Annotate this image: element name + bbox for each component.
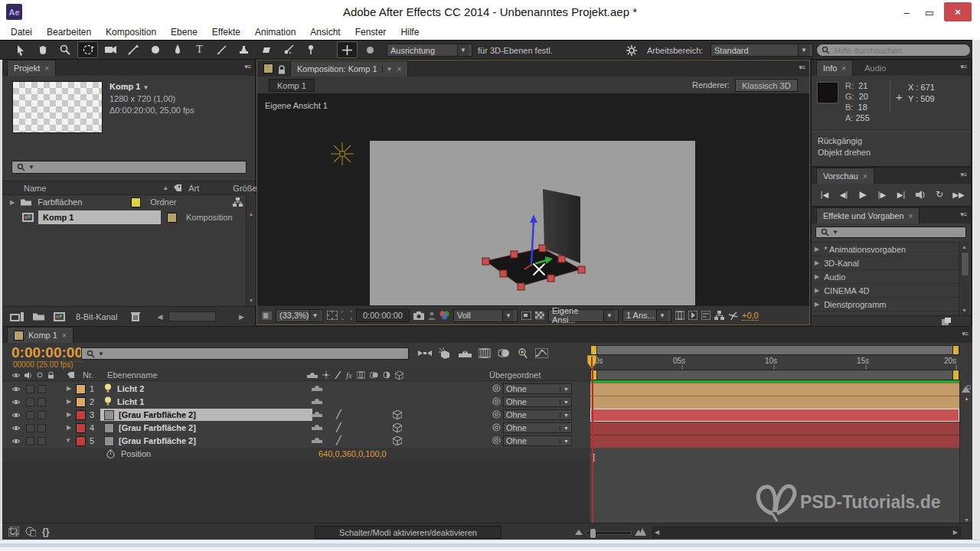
expand-transfer-controls-icon[interactable] [25,527,36,536]
region-of-interest-icon[interactable] [341,311,352,320]
playhead-marker[interactable] [587,355,597,370]
puppet-pin-tool-icon[interactable] [301,42,320,57]
effects-scrollbar[interactable]: ▲ ▼ [959,242,969,315]
layer-bar-4[interactable] [590,422,959,435]
type-tool-icon[interactable]: T [190,42,209,57]
pan-behind-tool-icon[interactable] [123,42,142,57]
disclosure-icon[interactable]: ▶ [815,301,819,308]
disclosure-icon[interactable]: ▶ [815,259,819,266]
scroll-down-icon[interactable]: ▼ [959,308,969,313]
layer-name[interactable]: [Grau Farbfläche 2] [119,410,196,419]
eye-icon[interactable] [11,412,21,419]
zoom-slider-handle[interactable] [590,528,596,539]
comp-viewport[interactable]: Eigene Ansicht 1 [257,93,809,305]
effects-item-dienstprogramm[interactable]: ▶Dienstprogramm [812,298,959,311]
lock-icon[interactable] [278,65,286,74]
layer-name[interactable]: Licht 2 [117,384,144,393]
scroll-left-icon[interactable]: ◀ [655,529,659,536]
panel-menu-icon[interactable]: ▾≡ [799,64,805,71]
menu-ebene[interactable]: Ebene [171,27,198,37]
quality-switch[interactable]: ╱ [336,435,341,445]
col-size[interactable]: Größe [233,184,256,193]
new-animation-preset-icon[interactable] [942,318,951,325]
layer-label-color[interactable] [76,436,86,446]
project-search-input[interactable] [38,162,241,173]
pen-tool-icon[interactable] [168,42,187,57]
cube-3d-switch[interactable] [393,423,402,432]
interpret-footage-icon[interactable] [10,312,24,321]
brush-tool-icon[interactable] [212,42,231,57]
show-channels-icon[interactable] [439,311,449,320]
effects-item-cinema4d[interactable]: ▶CINEMA 4D [812,284,959,298]
snapshot-icon[interactable] [413,311,424,320]
shy-switch[interactable] [312,385,322,392]
graph-editor-icon[interactable] [535,348,548,358]
label-color-folder[interactable] [131,197,141,207]
layer-name[interactable]: Licht 1 [117,397,144,406]
gear-icon[interactable] [622,43,641,58]
loop-button[interactable]: ↻ [931,187,948,202]
draft-3d-icon[interactable] [439,347,452,359]
label-color-comp[interactable] [167,213,177,223]
scroll-up-icon[interactable]: ▲ [247,194,256,217]
scroll-right-icon[interactable]: ▶ [953,529,958,536]
shy-switch[interactable] [312,411,322,418]
timeline-zoom-slider[interactable] [586,531,632,535]
camera-tool-icon[interactable] [101,42,120,57]
solo-switch[interactable] [38,385,46,393]
layer-label-color[interactable] [76,423,86,433]
shy-switch[interactable] [312,424,322,431]
scroll-left-icon[interactable]: ◀ [157,313,162,321]
roto-brush-tool-icon[interactable] [279,42,298,57]
orbit-camera-tool-icon[interactable] [77,41,98,58]
tag-icon[interactable] [173,184,182,192]
scroll-up-icon[interactable]: ▲ [959,242,969,249]
reset-exposure-icon[interactable] [728,311,738,321]
project-scrollbar[interactable]: ▲ ▼ [246,194,256,306]
axis-mode-local-icon[interactable] [337,41,358,58]
audio-switch[interactable] [26,437,34,445]
zoom-tool-icon[interactable] [55,42,74,57]
close-icon[interactable]: × [62,331,67,340]
flowchart-icon[interactable] [233,197,243,207]
flowchart-button-icon[interactable] [714,311,724,320]
parent-dropdown[interactable]: Ohne▼ [503,409,572,420]
pick-whip-icon[interactable] [492,397,501,406]
tab-audio[interactable]: Audio [858,60,893,76]
comp-mini-flowchart-icon[interactable] [418,348,432,358]
pick-whip-icon[interactable] [492,410,501,419]
layer-label-color[interactable] [76,384,86,394]
current-timecode[interactable]: 0:00:00:00 [11,344,83,362]
parent-dropdown[interactable]: Ohne▼ [503,435,572,446]
panel-menu-icon[interactable]: ▾≡ [960,63,966,70]
new-folder-icon[interactable] [33,312,44,321]
workspace-dropdown[interactable]: Standard ▼ [710,44,813,57]
disclosure-icon[interactable]: ▶ [815,246,819,253]
renderer-button[interactable]: Klassisch 3D [735,79,798,92]
layer-row-3-selected[interactable]: ▶ 3 [Grau Farbfläche 2] ╱ Ohne▼ [2,409,590,422]
playhead-line[interactable] [592,355,593,524]
col-ebenenname[interactable]: Ebenenname [107,370,157,380]
eye-icon[interactable] [11,438,21,445]
property-row-position[interactable]: Position 640,0,360,0,100,0 [2,448,590,461]
work-area-end-handle[interactable] [952,370,959,380]
help-search-field[interactable] [816,44,971,57]
shy-switch[interactable] [312,437,322,444]
scroll-down-icon[interactable]: ▼ [960,517,973,523]
project-search-field[interactable]: ▼ [11,161,247,174]
zoom-out-mountain-icon[interactable] [575,530,583,535]
expand-layer-switches-icon[interactable] [8,527,19,536]
pick-whip-icon[interactable] [492,436,501,445]
exposure-value[interactable]: +0,0 [742,311,759,321]
solo-switch[interactable] [38,424,46,432]
footer-scroll-track[interactable] [168,311,216,321]
panel-menu-icon[interactable]: ▾≡ [244,63,250,70]
disclosure-icon[interactable]: ▶ [67,385,71,392]
quality-switch[interactable]: ╱ [336,409,341,419]
audio-mute-button[interactable] [912,187,929,202]
timeline-search-field[interactable]: ▼ [81,347,409,360]
selection-tool-icon[interactable] [11,42,30,57]
cube-3d-switch[interactable] [393,436,402,445]
help-search-input[interactable] [833,45,965,56]
pixel-aspect-icon[interactable] [675,311,684,320]
